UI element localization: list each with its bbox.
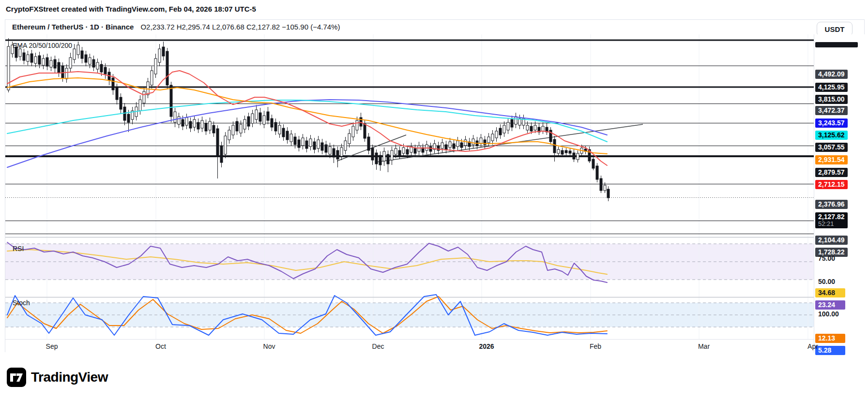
candle-body <box>236 121 238 131</box>
time-axis-label: Mar <box>698 342 710 350</box>
candle-body <box>569 151 571 153</box>
tradingview-logo-link[interactable]: TradingView <box>7 368 108 387</box>
price-label: 4,492.09 <box>815 70 848 79</box>
candle-body <box>201 120 203 128</box>
price-chart-canvas[interactable] <box>5 34 814 353</box>
candle-body <box>565 150 567 153</box>
candle-body <box>453 144 455 149</box>
candle-body <box>507 122 509 130</box>
candle-body <box>561 150 563 154</box>
candle-body <box>166 51 168 85</box>
candle-body <box>77 45 79 55</box>
tradingview-icon <box>7 368 26 387</box>
candle-body <box>205 123 207 131</box>
candle-body <box>30 54 33 62</box>
candle-body <box>336 150 339 159</box>
rsi-legend-label[interactable]: RSI <box>13 245 24 252</box>
candle-body <box>228 130 230 140</box>
candle-body <box>65 68 68 79</box>
price-label: 3,243.57 <box>815 119 848 128</box>
candle-body <box>472 139 474 145</box>
ema-legend-label[interactable]: EMA 20/50/100/200 <box>13 42 72 49</box>
candle-body <box>592 159 594 168</box>
candle-body <box>38 56 41 64</box>
candle-body <box>19 49 21 57</box>
candle-body <box>294 137 296 145</box>
symbol-ohlc-title: Ethereum / TetherUS · 1D · BinanceO2,233… <box>12 23 340 31</box>
candle-body <box>220 146 223 163</box>
candle-body <box>604 185 606 191</box>
time-axis-label: Apr <box>807 342 818 350</box>
candle-body <box>61 66 64 78</box>
price-label: 3,057.55 <box>815 143 848 152</box>
candle-body <box>81 51 83 59</box>
candle-body <box>143 91 145 103</box>
candle-body <box>50 60 52 67</box>
candle-body <box>267 112 269 120</box>
candle-body <box>286 131 289 140</box>
stoch-legend-label[interactable]: Stoch <box>13 299 30 307</box>
candle-body <box>158 49 161 62</box>
scale-tick: 50.00 <box>818 278 835 285</box>
attribution-text: CryptoFXStreet created with TradingView.… <box>6 5 256 13</box>
candle-body <box>515 117 517 124</box>
candle-body <box>329 147 331 154</box>
candle-body <box>495 131 498 138</box>
candle-body <box>58 62 60 73</box>
candle-body <box>282 128 285 137</box>
candle-body <box>360 118 362 126</box>
candle-body <box>197 122 199 129</box>
candle-body <box>232 125 234 135</box>
time-axis-label: Sep <box>46 342 58 350</box>
candle-body <box>174 112 176 122</box>
candle-body <box>278 125 281 134</box>
candle-body <box>457 141 459 147</box>
time-axis[interactable]: SepOctNovDec2026FebMarApr <box>5 339 814 353</box>
candle-body <box>491 134 494 141</box>
candle-body <box>151 71 153 85</box>
candle-body <box>274 122 277 131</box>
candle-body <box>116 88 118 100</box>
candle-body <box>189 121 192 128</box>
candle-body <box>46 58 48 66</box>
price-scale-axis[interactable]: 4,492.094,125.953,815.003,472.373,243.57… <box>814 34 866 353</box>
chart-frame: Ethereum / TetherUS · 1D · BinanceO2,233… <box>5 19 865 352</box>
candle-body <box>542 126 544 131</box>
price-label: 3,472.37 <box>815 106 848 115</box>
candle-body <box>154 59 157 74</box>
candle-body <box>480 138 482 144</box>
candle-body <box>321 143 323 150</box>
candle-body <box>356 120 358 130</box>
candle-body <box>391 150 393 160</box>
candle-body <box>182 119 184 126</box>
price-label: 4,125.95 <box>815 83 848 92</box>
candle-body <box>104 67 107 74</box>
candle-body <box>42 59 45 65</box>
candle-body <box>573 153 575 159</box>
candle-body <box>147 82 149 95</box>
candle-body <box>271 119 273 127</box>
candle-body <box>213 125 215 133</box>
bar-countdown: 52:21 <box>818 221 845 227</box>
candle-body <box>325 145 327 152</box>
candle-body <box>178 117 180 124</box>
candle-body <box>333 149 335 157</box>
candle-body <box>23 53 25 60</box>
candle-body <box>244 119 246 129</box>
candle-body <box>464 140 467 146</box>
candle-body <box>340 148 343 156</box>
candle-body <box>398 150 401 155</box>
candle-body <box>139 100 141 111</box>
candle-body <box>27 55 29 61</box>
time-axis-label: Feb <box>590 342 601 350</box>
candle-body <box>120 97 122 109</box>
candle-body <box>348 134 350 144</box>
price-label: 2,104.49 <box>815 236 848 245</box>
candle-body <box>54 59 56 68</box>
candle-body <box>375 153 378 164</box>
candle-body <box>387 154 389 164</box>
price-label: 2,712.15 <box>815 180 848 189</box>
candle-body <box>92 59 95 67</box>
candle-body <box>193 119 196 127</box>
candle-body <box>577 153 579 160</box>
